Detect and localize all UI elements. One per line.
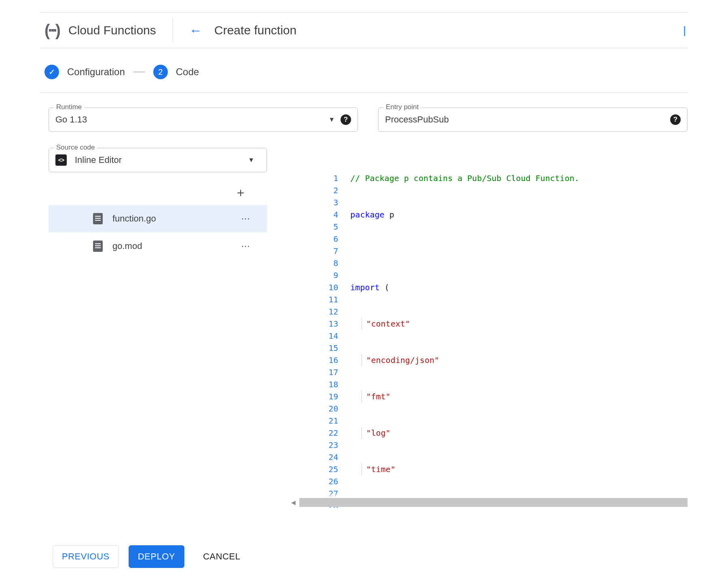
step-2-number[interactable]: 2: [153, 65, 168, 79]
step-2-label[interactable]: Code: [176, 66, 199, 78]
code-editor[interactable]: 1234567891011121314151617181920212223242…: [287, 148, 688, 508]
file-name: go.mod: [112, 241, 142, 251]
deploy-button[interactable]: DEPLOY: [129, 545, 184, 568]
main-area: Source code <> Inline Editor ▼ ＋ functio…: [40, 132, 688, 508]
file-menu-icon[interactable]: ⋯: [241, 213, 251, 224]
chevron-down-icon: ▼: [328, 116, 335, 123]
step-1-check-icon[interactable]: ✓: [44, 65, 59, 79]
add-file-row: ＋: [49, 172, 267, 205]
step-connector: [133, 72, 145, 72]
stepper: ✓ Configuration 2 Code: [40, 49, 688, 93]
file-icon: [93, 213, 103, 224]
file-icon: [93, 241, 103, 252]
file-item-go-mod[interactable]: go.mod ⋯: [49, 232, 267, 260]
toolbar-overflow-indicator[interactable]: |: [683, 24, 688, 37]
file-name: function.go: [112, 213, 156, 224]
horizontal-scrollbar-track[interactable]: [299, 498, 688, 507]
back-arrow-icon[interactable]: ←: [181, 23, 210, 38]
line-number-gutter: 1234567891011121314151617181920212223242…: [287, 148, 350, 508]
chevron-down-icon: ▼: [248, 156, 254, 164]
source-code-select[interactable]: Source code <> Inline Editor ▼: [49, 148, 267, 172]
help-icon[interactable]: ?: [341, 114, 351, 125]
help-icon[interactable]: ?: [670, 114, 681, 125]
step-1-label[interactable]: Configuration: [67, 66, 125, 78]
cancel-button[interactable]: CANCEL: [194, 546, 249, 568]
cloud-functions-icon: (···): [44, 21, 59, 40]
file-menu-icon[interactable]: ⋯: [241, 241, 251, 251]
add-file-icon[interactable]: ＋: [235, 184, 247, 201]
runtime-legend: Runtime: [54, 103, 84, 111]
config-row: Runtime Go 1.13 ▼ ? Entry point ProcessP…: [40, 93, 688, 132]
previous-button[interactable]: PREVIOUS: [53, 545, 119, 568]
runtime-select[interactable]: Runtime Go 1.13 ▼ ?: [49, 108, 358, 132]
horizontal-scrollbar[interactable]: ◀: [287, 497, 688, 508]
code-lines[interactable]: // Package p contains a Pub/Sub Cloud Fu…: [350, 148, 688, 508]
file-panel: Source code <> Inline Editor ▼ ＋ functio…: [49, 148, 267, 508]
entry-point-input[interactable]: Entry point ProcessPubSub ?: [378, 108, 688, 132]
file-item-function-go[interactable]: function.go ⋯: [49, 205, 267, 232]
entry-point-value: ProcessPubSub: [385, 114, 670, 125]
product-logo-group: (···) Cloud Functions: [40, 13, 164, 48]
scroll-left-icon[interactable]: ◀: [287, 497, 299, 508]
entry-point-legend: Entry point: [383, 103, 421, 111]
source-code-value: Inline Editor: [75, 155, 240, 165]
editor-fade: [287, 493, 688, 497]
vertical-divider: [172, 18, 173, 42]
footer-actions: PREVIOUS DEPLOY CANCEL: [53, 545, 249, 568]
editor-content[interactable]: 1234567891011121314151617181920212223242…: [287, 148, 688, 508]
runtime-value: Go 1.13: [55, 114, 328, 125]
source-code-legend: Source code: [54, 143, 97, 152]
file-list: function.go ⋯ go.mod ⋯: [49, 205, 267, 260]
page-title: Create function: [214, 23, 296, 37]
product-name: Cloud Functions: [68, 23, 156, 37]
header-bar: (···) Cloud Functions ← Create function …: [40, 12, 688, 49]
inline-editor-icon: <>: [55, 154, 67, 166]
